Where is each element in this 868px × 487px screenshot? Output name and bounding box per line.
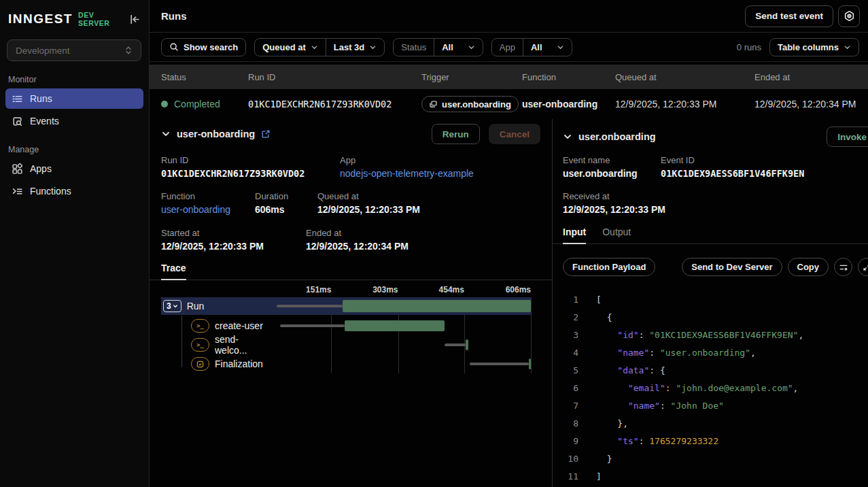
show-search-button[interactable]: Show search bbox=[161, 38, 246, 56]
status-filter: Status All bbox=[393, 38, 483, 56]
external-link-icon[interactable] bbox=[261, 129, 271, 139]
trace-row-label: create-user bbox=[215, 320, 263, 331]
event-trigger-icon bbox=[429, 100, 438, 109]
collapse-sidebar-icon[interactable] bbox=[129, 14, 141, 25]
dev-server-badge: DEV SERVER bbox=[78, 11, 124, 27]
event-details-pane: user.onboarding Invoke Event name user.o… bbox=[553, 119, 868, 487]
trace-row-finalization[interactable]: Finalization bbox=[161, 354, 531, 373]
app-link[interactable]: nodejs-open-telemetry-example bbox=[340, 168, 474, 179]
ended-at-label: Ended at bbox=[306, 228, 409, 238]
duration-value: 606ms bbox=[255, 204, 317, 215]
trace-tick-label: 454ms bbox=[439, 285, 464, 295]
run-details-pane: user-onboarding Rerun Cancel Run ID 01KC… bbox=[150, 119, 553, 487]
app-filter-label: App bbox=[500, 42, 515, 52]
line-content: "name": "John Doe" bbox=[578, 397, 724, 415]
payload-code-editor[interactable]: 1[2 {3 "id": "01KC1DEX9AESS6BF1V46FFK9EN… bbox=[563, 291, 868, 486]
send-to-dev-server-button[interactable]: Send to Dev Server bbox=[682, 258, 782, 276]
runs-count: 0 runs bbox=[737, 42, 761, 52]
details-split: user-onboarding Rerun Cancel Run ID 01KC… bbox=[150, 119, 868, 487]
trace-run-bar bbox=[529, 358, 531, 369]
run-id-value: 01KC1DEXCHR2N617Z93RK0VD02 bbox=[161, 168, 340, 179]
line-number: 10 bbox=[563, 450, 578, 468]
inngest-logo: INNGEST bbox=[8, 12, 73, 27]
code-line: 9 "ts": 1765279233322 bbox=[563, 433, 868, 450]
payload-toolbar: Function Payload Send to Dev Server Copy bbox=[563, 258, 868, 276]
run-table-row[interactable]: Completed 01KC1DEXCHR2N617Z93RK0VD02 use… bbox=[150, 89, 868, 119]
runs-icon bbox=[12, 93, 23, 105]
trace-row-create-user[interactable]: >_create-user bbox=[161, 316, 531, 335]
table-columns-dropdown[interactable]: Table columns bbox=[769, 38, 859, 56]
line-content: "email": "john.doe@example.com", bbox=[578, 380, 798, 397]
function-cell: user-onboarding bbox=[522, 99, 615, 110]
trace-row-send-welco-[interactable]: >_send-welco... bbox=[161, 335, 531, 354]
trigger-badge[interactable]: user.onboarding bbox=[421, 96, 519, 112]
started-at-value: 12/9/2025, 12:20:33 PM bbox=[161, 241, 306, 252]
tab-input[interactable]: Input bbox=[563, 226, 586, 244]
trace-wait-line bbox=[445, 343, 466, 346]
line-content: [ bbox=[578, 291, 602, 309]
line-content: "name": "user.onboarding", bbox=[578, 344, 756, 362]
apps-icon bbox=[12, 163, 23, 175]
chevron-down-icon bbox=[468, 44, 475, 51]
chevron-down-icon bbox=[369, 44, 377, 51]
code-line: 4 "name": "user.onboarding", bbox=[563, 344, 868, 362]
time-range-dropdown[interactable]: Last 3d bbox=[326, 39, 385, 56]
trace-row-label: send-welco... bbox=[215, 334, 265, 356]
app-filter-dropdown[interactable]: All bbox=[523, 39, 572, 56]
expand-button[interactable] bbox=[858, 258, 868, 276]
line-number: 7 bbox=[563, 397, 578, 415]
trace-ticks: 151ms303ms454ms606ms bbox=[161, 284, 552, 297]
status-filter-dropdown[interactable]: All bbox=[434, 39, 483, 56]
code-line: 11] bbox=[563, 468, 868, 486]
started-at-label: Started at bbox=[161, 228, 306, 238]
line-number: 2 bbox=[563, 309, 578, 326]
event-name-label: Event name bbox=[563, 155, 661, 165]
received-at-value: 12/9/2025, 12:20:33 PM bbox=[563, 204, 665, 215]
status-value: Completed bbox=[174, 99, 220, 110]
chevron-down-icon bbox=[557, 44, 564, 51]
function-link[interactable]: user-onboarding bbox=[161, 204, 255, 215]
collapse-event-details-icon[interactable] bbox=[563, 132, 572, 141]
sidebar-item-apps[interactable]: Apps bbox=[5, 158, 143, 179]
trace-row-run[interactable]: 3 Run bbox=[161, 297, 531, 315]
trace-wait-line bbox=[280, 324, 345, 327]
runs-table-header: StatusRun ID TriggerFunction Queued atEn… bbox=[150, 65, 868, 89]
trace-row-label: Finalization bbox=[215, 358, 263, 369]
logo-row: INNGEST DEV SERVER bbox=[0, 8, 149, 30]
line-content: ] bbox=[578, 468, 602, 486]
workspace-select-value: Development bbox=[16, 46, 70, 56]
chevron-down-icon bbox=[844, 44, 851, 51]
sidebar-item-functions[interactable]: Functions bbox=[5, 181, 143, 201]
cancel-button[interactable]: Cancel bbox=[489, 124, 540, 144]
rerun-button[interactable]: Rerun bbox=[432, 124, 480, 144]
queued-at-value: 12/9/2025, 12:20:33 PM bbox=[317, 204, 420, 215]
send-test-event-button[interactable]: Send test event bbox=[745, 5, 833, 27]
copy-button[interactable]: Copy bbox=[788, 258, 829, 276]
word-wrap-button[interactable] bbox=[834, 258, 852, 276]
topbar: Runs Send test event bbox=[150, 0, 868, 33]
invoke-button[interactable]: Invoke bbox=[827, 127, 868, 147]
trace-run-bar bbox=[345, 320, 444, 331]
collapse-run-details-icon[interactable] bbox=[161, 129, 171, 139]
settings-button[interactable] bbox=[838, 5, 860, 27]
trace-tick-label: 303ms bbox=[372, 285, 398, 295]
child-count-badge[interactable]: 3 bbox=[163, 300, 181, 312]
tab-trace[interactable]: Trace bbox=[161, 263, 186, 280]
workspace-select[interactable]: Development bbox=[7, 39, 141, 61]
line-content: "id": "01KC1DEX9AESS6BF1V46FFK9EN", bbox=[578, 326, 803, 344]
sidebar-item-label: Functions bbox=[30, 186, 71, 197]
trace-row-label: Run bbox=[187, 301, 205, 312]
trace-rows: 3 Run>_create-user>_send-welco...Finaliz… bbox=[161, 297, 531, 373]
tab-output[interactable]: Output bbox=[602, 226, 631, 244]
sidebar-item-label: Apps bbox=[30, 163, 52, 174]
step-run-icon: >_ bbox=[191, 319, 209, 333]
function-payload-toggle[interactable]: Function Payload bbox=[563, 258, 655, 276]
app-filter: App All bbox=[491, 38, 572, 56]
finalization-icon bbox=[191, 357, 209, 371]
line-number: 9 bbox=[563, 433, 578, 450]
time-field-dropdown[interactable]: Queued at bbox=[255, 39, 326, 56]
event-title: user.onboarding bbox=[578, 131, 656, 142]
run-title: user-onboarding bbox=[177, 129, 255, 139]
sidebar-item-runs[interactable]: Runs bbox=[5, 88, 143, 109]
sidebar-item-events[interactable]: Events bbox=[5, 111, 143, 131]
